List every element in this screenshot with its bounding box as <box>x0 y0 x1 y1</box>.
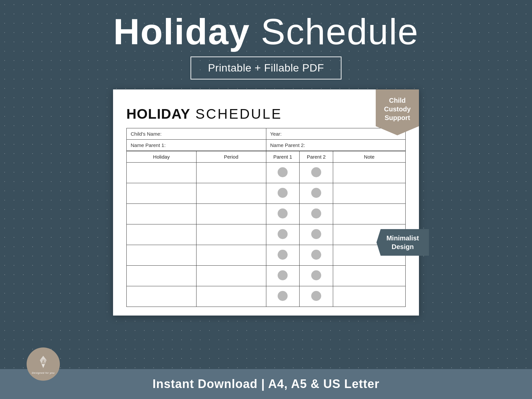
table-row <box>127 183 406 204</box>
parent1-circle <box>278 291 288 301</box>
table-row <box>127 286 406 307</box>
parent1-cell <box>266 266 300 286</box>
parent2-cell <box>300 266 333 286</box>
parent2-cell <box>300 183 333 204</box>
period-cell <box>196 286 266 307</box>
parent2-field: Name Parent 2: <box>266 140 406 151</box>
period-cell <box>196 224 266 245</box>
custody-badge: ChildCustodySupport <box>376 89 419 135</box>
parent1-circle <box>278 188 288 198</box>
subtitle-badge: Printable + Fillable PDF <box>191 57 341 79</box>
parent1-field: Name Parent 1: <box>127 140 266 151</box>
content-wrapper: Holiday Schedule Printable + Fillable PD… <box>0 0 532 316</box>
table-row <box>127 224 406 245</box>
parent1-circle <box>278 208 288 218</box>
schedule-table: Holiday Period Parent 1 Parent 2 Note <box>126 151 406 307</box>
minimalist-line2: Design <box>392 243 414 250</box>
period-cell <box>196 163 266 183</box>
title-bold: Holiday <box>113 11 250 52</box>
child-name-field: Child's Name: <box>127 128 266 140</box>
parent1-cell <box>266 286 300 307</box>
parent1-header: Parent 1 <box>266 151 300 163</box>
bottom-bar: Instant Download | A4, A5 & US Letter <box>0 369 532 399</box>
parent1-circle <box>278 270 288 280</box>
parent2-cell <box>300 163 333 183</box>
parent2-cell <box>300 224 333 245</box>
parent2-cell <box>300 245 333 266</box>
period-cell <box>196 266 266 286</box>
parent1-circle <box>278 167 288 177</box>
parent2-circle <box>311 208 321 218</box>
table-row <box>127 266 406 286</box>
parent1-label: Name Parent 1: <box>131 142 166 148</box>
period-header: Period <box>196 151 266 163</box>
holiday-cell <box>127 245 197 266</box>
parent1-cell <box>266 224 300 245</box>
logo-icon <box>35 354 52 371</box>
child-name-label: Child's Name: <box>131 131 162 137</box>
table-header-row: Holiday Period Parent 1 Parent 2 Note <box>127 151 406 163</box>
logo-tagline: Designed for you <box>32 371 55 374</box>
period-cell <box>196 204 266 224</box>
child-name-row: Child's Name: Year: <box>127 128 406 140</box>
minimalist-design-badge: Minimalist Design <box>376 229 429 256</box>
minimalist-line1: Minimalist <box>386 234 419 242</box>
doc-title-bold: HOLIDAY <box>126 106 190 122</box>
parent2-cell <box>300 286 333 307</box>
parent1-circle <box>278 250 288 260</box>
period-cell <box>196 183 266 204</box>
holiday-cell <box>127 266 197 286</box>
parent2-circle <box>311 167 321 177</box>
doc-title-light: SCHEDULE <box>190 106 282 122</box>
note-cell <box>333 286 405 307</box>
parent2-header: Parent 2 <box>300 151 333 163</box>
title-light: Schedule <box>250 11 419 52</box>
form-header-table: Child's Name: Year: Name Parent 1: Name … <box>126 128 406 151</box>
custody-badge-text: ChildCustodySupport <box>384 97 411 121</box>
parent-names-row: Name Parent 1: Name Parent 2: <box>127 140 406 151</box>
document-preview: ChildCustodySupport Minimalist Design HO… <box>113 89 419 316</box>
logo-circle: Designed for you <box>27 347 60 381</box>
holiday-cell <box>127 224 197 245</box>
bottom-bar-text: Instant Download | A4, A5 & US Letter <box>153 377 379 391</box>
main-title: Holiday Schedule <box>113 13 419 50</box>
parent2-circle <box>311 229 321 239</box>
parent1-cell <box>266 163 300 183</box>
holiday-header: Holiday <box>127 151 197 163</box>
period-cell <box>196 245 266 266</box>
note-cell <box>333 204 405 224</box>
parent2-circle <box>311 291 321 301</box>
table-row <box>127 163 406 183</box>
parent2-cell <box>300 204 333 224</box>
note-cell <box>333 163 405 183</box>
note-cell <box>333 266 405 286</box>
parent1-circle <box>278 229 288 239</box>
parent2-label: Name Parent 2: <box>270 142 305 148</box>
svg-marker-3 <box>42 364 45 368</box>
parent1-cell <box>266 183 300 204</box>
holiday-cell <box>127 163 197 183</box>
year-label: Year: <box>270 131 282 137</box>
parent1-cell <box>266 204 300 224</box>
note-cell <box>333 183 405 204</box>
document-title: HOLIDAY SCHEDULE <box>126 106 406 122</box>
holiday-cell <box>127 286 197 307</box>
minimalist-badge-text: Minimalist Design <box>386 234 419 251</box>
note-header: Note <box>333 151 405 163</box>
subtitle-text: Printable + Fillable PDF <box>208 62 324 74</box>
holiday-cell <box>127 204 197 224</box>
holiday-cell <box>127 183 197 204</box>
parent1-cell <box>266 245 300 266</box>
parent2-circle <box>311 270 321 280</box>
parent2-circle <box>311 250 321 260</box>
table-row <box>127 245 406 266</box>
table-row <box>127 204 406 224</box>
parent2-circle <box>311 188 321 198</box>
